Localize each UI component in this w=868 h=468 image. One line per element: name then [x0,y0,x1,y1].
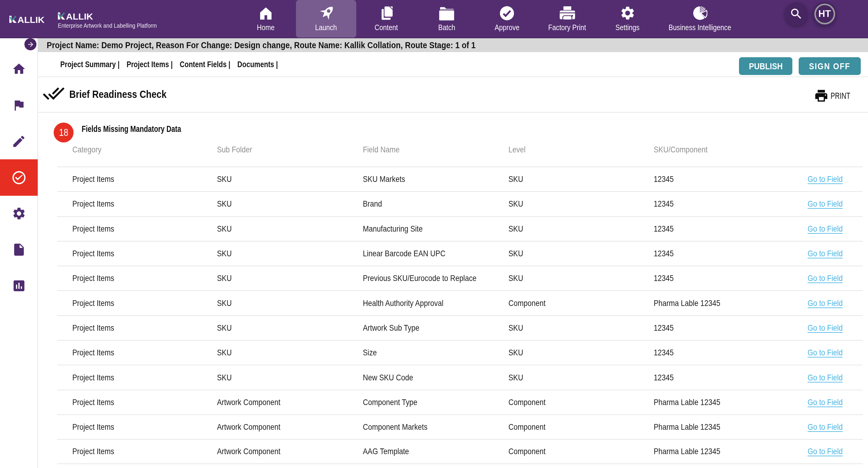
cell-category: Project Items [72,174,114,184]
body-cell: Artwork Component [217,422,291,432]
nav-label-wrapper: Content [373,23,400,32]
nav-label: Settings [615,23,640,32]
tab-content-fields[interactable]: Content Fields | [180,60,230,69]
nav-label: Home [257,23,275,32]
body-cell: Artwork Component [217,446,291,456]
left-sidebar [0,38,38,468]
cell-sku-component: Pharma Lable 12345 [654,446,720,456]
sign-off-button[interactable]: SIGN OFF [799,57,861,75]
body-cell: Pharma Lable 12345 [654,298,732,308]
cell-sub-folder: SKU [217,298,232,308]
body-cell: Component [508,422,552,432]
nav-item-factory-print[interactable]: Factory Print [537,0,597,38]
go-to-field-link[interactable]: Go to Field [801,273,843,283]
go-to-field-link[interactable]: Go to Field [801,249,843,258]
kallik-logo[interactable] [58,11,94,21]
tab-documents[interactable]: Documents | [238,60,278,69]
avatar-ring: HT [814,4,835,24]
cell-category: Project Items [72,422,114,432]
cell-field-name: Manufacturing Site [363,224,423,234]
body-cell: Artwork Component [217,398,291,407]
nav-item-business-intelligence[interactable]: Business Intelligence [658,0,742,38]
tab-project-items[interactable]: Project Items | [127,60,173,69]
nav-item-content[interactable]: Content [356,0,416,38]
cell-sku-component: 12345 [654,273,674,283]
go-to-field-link[interactable]: Go to Field [801,373,843,382]
go-to-field-link[interactable]: Go to Field [801,323,843,333]
arrow-right-icon [27,41,34,48]
go-to-field-link[interactable]: Go to Field [801,446,843,456]
go-to-field-link[interactable]: Go to Field [801,199,843,209]
body-cell: SKU [508,348,526,358]
sidebar-item-reports[interactable] [0,268,38,304]
sidebar-item-documents[interactable] [0,232,38,268]
nav-item-launch[interactable]: Launch [296,0,356,38]
cell-sku-component: 12345 [654,199,674,209]
body-cell: Pharma Lable 12345 [654,398,732,407]
sidebar-item-readiness-check[interactable] [0,159,38,196]
done-all-icon [42,82,65,104]
nav-icon-wrapper [691,6,709,20]
body-cell: Artwork Sub Type [363,323,429,333]
nav-label-wrapper: Settings [613,23,642,32]
cell-category: Project Items [72,348,114,358]
body-cell: Component [508,298,552,308]
header-cell: Sub Folder [217,144,258,155]
user-avatar[interactable]: HT [812,2,837,26]
nav-icon-wrapper [558,6,576,20]
divider [38,112,868,113]
body-cell: Project Items [72,273,121,283]
cell-field-name: Brand [363,199,382,209]
nav-item-home[interactable]: Home [236,0,296,38]
kallik-logo-small[interactable] [9,15,46,24]
go-to-field-link[interactable]: Go to Field [801,348,843,358]
cell-level: Component [508,398,546,407]
publish-button[interactable]: PUBLISH [739,57,792,75]
sidebar-item-settings[interactable] [0,196,38,232]
cell-sub-folder: SKU [217,199,232,209]
body-cell: SKU [217,174,235,184]
table-header: Category Sub Folder Field Name Level SKU… [57,141,863,167]
body-cell: SKU [217,373,235,382]
header-cell: Field Name [363,144,406,155]
pie-chart-icon [692,6,707,21]
print-label: PRINT [831,91,850,101]
body-cell: SKU [508,373,526,382]
cell-level: SKU [508,224,523,234]
body-cell: Project Items [72,446,121,456]
nav-label-wrapper: Approve [493,23,522,32]
sidebar-item-home[interactable] [0,51,38,87]
go-to-field-link[interactable]: Go to Field [801,174,843,184]
print-button[interactable]: PRINT [814,88,857,104]
body-cell: SKU [217,323,235,333]
summary-label: Fields Missing Mandatory Data [82,124,181,133]
cell-sub-folder: SKU [217,348,232,358]
go-to-field-link[interactable]: Go to Field [801,298,843,308]
body-cell: SKU [217,249,235,258]
col-category: Category [72,144,101,155]
body-cell: Component Markets [363,422,439,432]
folder-icon [438,5,455,22]
brand-tagline: Enterprise Artwork and Labelling Platfor… [58,22,174,29]
cell-sub-folder: SKU [217,273,232,283]
sidebar-item-flag[interactable] [0,87,38,123]
nav-item-settings[interactable]: Settings [597,0,658,38]
nav-item-approve[interactable]: Approve [477,0,537,38]
tabs-row: Project Summary | Project Items | Conten… [38,52,868,76]
cell-sku-component: 12345 [654,373,674,382]
sidebar-expand-button[interactable] [24,38,36,50]
body-cell: Pharma Lable 12345 [654,446,732,456]
go-to-field-link[interactable]: Go to Field [801,422,843,432]
cell-sku-component: 12345 [654,323,674,333]
nav-label: Factory Print [548,23,586,32]
cell-sub-folder: Artwork Component [217,398,280,407]
go-to-field-link[interactable]: Go to Field [801,398,843,407]
nav-item-batch[interactable]: Batch [416,0,477,38]
cell-sku-component: 12345 [654,348,674,358]
sidebar-item-edit[interactable] [0,123,38,159]
body-cell: 12345 [654,323,677,333]
body-cell: Project Items [72,422,121,432]
search-button[interactable] [784,2,808,26]
tab-project-summary[interactable]: Project Summary | [60,60,120,69]
go-to-field-link[interactable]: Go to Field [801,224,843,234]
